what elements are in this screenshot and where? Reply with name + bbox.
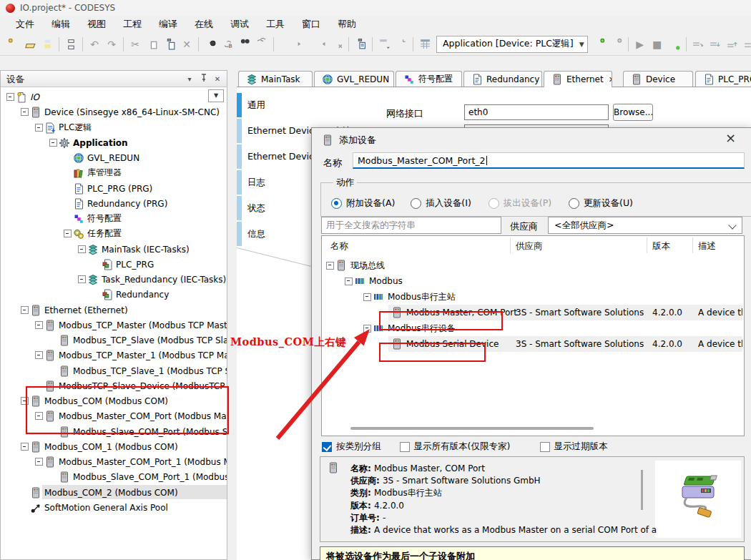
undo-icon[interactable]: ↶ bbox=[87, 36, 102, 52]
build-config-icon[interactable]: ect x="2" y="2" width="12" height="12" f… bbox=[417, 36, 433, 52]
menu-item-1[interactable]: 编辑 bbox=[43, 16, 79, 33]
network-interface-input[interactable]: eth0 bbox=[464, 104, 609, 120]
wrench-icon[interactable]: ath d="M10 2.5a3.5 3.5 0 00-3.3 4.6L2.5 … bbox=[667, 36, 682, 52]
tree-item[interactable]: Device (Sinsegye x86_64-Linux-SM-CNC) bbox=[1, 104, 227, 119]
tree-item[interactable]: Application bbox=[1, 135, 227, 150]
device-list-row[interactable]: Modbus Master, COM Port3S - Smart Softwa… bbox=[322, 305, 744, 320]
list-column-header[interactable]: 名称 bbox=[330, 240, 348, 252]
device-list-row[interactable]: Modbus Serial Device3S - Smart Software … bbox=[322, 336, 744, 352]
delete-icon[interactable]: ✕ bbox=[179, 36, 195, 52]
tree-item[interactable]: Modbus_TCP_Slave_1 (Modbus TCP Slave) bbox=[1, 363, 227, 378]
tree-item[interactable]: MainTask (IEC-Tasks) bbox=[1, 242, 227, 257]
tab--[interactable]: 符号配置 bbox=[396, 71, 462, 87]
collapse-icon[interactable] bbox=[363, 325, 371, 333]
collapse-icon[interactable] bbox=[78, 245, 86, 253]
step-next-icon[interactable]: ect x="2" y="3" width="8" height="1.3" f… bbox=[742, 36, 751, 52]
action-radio-3[interactable]: 更新设备(U) bbox=[569, 197, 633, 210]
tree-item[interactable]: 任务配置 bbox=[1, 226, 227, 241]
collapse-icon[interactable] bbox=[35, 321, 43, 329]
find-icon[interactable]: ircle cx="5" cy="7" r="3" fill="#3a3f46"… bbox=[202, 36, 218, 52]
tree-item[interactable]: Redundancy bbox=[1, 287, 227, 302]
tree-item[interactable]: Modbus_COM_2 (Modbus COM) bbox=[1, 485, 227, 500]
bookmark-next-icon[interactable]: ath d="M3 2h6v12l-3-3-3 3z" fill="#cfcfd… bbox=[312, 36, 328, 52]
action-radio-1[interactable]: 插入设备(I) bbox=[411, 197, 471, 210]
active-application-dropdown[interactable]: Application [Device: PLC逻辑]▼ bbox=[436, 36, 588, 53]
find-in-files-icon[interactable]: ect x="5" y="8" width="9" height="6" fil… bbox=[237, 36, 252, 52]
editor-nav-3[interactable]: 日志 bbox=[237, 170, 317, 195]
step-out-icon[interactable]: ect x="2" y="5" width="8" height="1.3" f… bbox=[725, 36, 740, 52]
list-column-header[interactable]: 描述 bbox=[698, 240, 716, 252]
collapse-icon[interactable] bbox=[35, 351, 43, 359]
vendor-dropdown[interactable]: <全部供应商> bbox=[548, 217, 742, 234]
collapse-icon[interactable] bbox=[6, 93, 14, 101]
menu-item-2[interactable]: 视图 bbox=[79, 16, 114, 33]
tree-item[interactable]: Modbus_TCP_Master (Modbus TCP Master) bbox=[1, 318, 227, 333]
collapse-icon[interactable] bbox=[21, 443, 29, 451]
collapse-icon[interactable] bbox=[35, 412, 43, 420]
play-icon[interactable]: ▶ bbox=[632, 36, 648, 52]
tree-item[interactable]: PLC_PRG (PRG) bbox=[1, 181, 227, 196]
menu-item-8[interactable]: 窗口 bbox=[293, 16, 329, 33]
collapse-icon[interactable] bbox=[21, 306, 29, 314]
tree-item[interactable]: SoftMotion General Axis Pool bbox=[1, 500, 227, 515]
tab-maintask[interactable]: MainTask bbox=[238, 71, 313, 87]
device-list-row[interactable]: Modbus串行主站 bbox=[322, 289, 744, 305]
action-radio-0[interactable]: 附加设备(A) bbox=[331, 197, 395, 210]
copy-icon[interactable]: ect x="2.5" y="2" width="7" height="9" f… bbox=[144, 36, 160, 52]
editor-nav-2[interactable]: Ethernet DeviceIEC对象 bbox=[237, 144, 317, 169]
tree-item[interactable]: Modbus_Slave_COM_Port_1 (Modbus Slave, C… bbox=[1, 469, 227, 484]
redo-icon[interactable]: ↷ bbox=[104, 36, 119, 52]
menu-item-7[interactable]: 工具 bbox=[257, 16, 293, 33]
close-icon[interactable]: ✕ bbox=[212, 74, 223, 84]
tab-plc-prg[interactable]: PLC_PRG bbox=[695, 71, 751, 87]
collapse-icon[interactable] bbox=[21, 397, 29, 405]
tab-redundancy[interactable]: Redundancy bbox=[463, 71, 542, 87]
list-column-header[interactable]: 版本 bbox=[652, 240, 670, 252]
tree-item[interactable]: Modbus_Master_COM_Port (Modbus Master, C… bbox=[1, 408, 227, 423]
collapse-icon[interactable] bbox=[64, 230, 72, 237]
menu-item-4[interactable]: 编译 bbox=[150, 16, 186, 33]
checkbox-option-2[interactable]: 显示过期版本 bbox=[540, 441, 608, 453]
tree-item[interactable]: Modbus_Slave_COM_Port (Modbus Slave, COM… bbox=[1, 424, 227, 439]
device-name-input[interactable]: Modbus_Master_COM_Port_2 bbox=[353, 152, 745, 169]
tree-item[interactable]: IO bbox=[1, 89, 227, 104]
open-file-icon[interactable]: ath d="M1.5 4.5h5l1.5 2h6.5v6.5h-13z" fi… bbox=[22, 36, 38, 52]
tree-item[interactable]: PLC逻辑 bbox=[1, 120, 227, 135]
menu-item-3[interactable]: 工程 bbox=[114, 16, 150, 33]
tree-item[interactable]: Modbus_COM_1 (Modbus COM) bbox=[1, 439, 227, 454]
list-column-header[interactable]: 供应商 bbox=[516, 240, 543, 252]
paste-icon[interactable]: ect x="2.5" y="2.5" width="9" height="12… bbox=[162, 36, 177, 52]
logout-icon[interactable]: ircle cx="7" cy="8" r="4.5" fill="#b9bfc… bbox=[609, 36, 624, 52]
device-list-row[interactable]: Modbus串行设备 bbox=[322, 320, 744, 336]
tab-device[interactable]: Device bbox=[623, 71, 693, 87]
collapse-icon[interactable] bbox=[363, 293, 371, 301]
tree-item[interactable]: Redundancy (PRG) bbox=[1, 196, 227, 211]
menu-item-0[interactable]: 文件 bbox=[7, 16, 43, 33]
horizontal-scrollbar[interactable] bbox=[350, 427, 594, 430]
collapse-icon[interactable] bbox=[78, 275, 86, 283]
step-over-icon[interactable]: ect x="2" y="3" width="8" height="1.3" f… bbox=[690, 36, 706, 52]
new-file-icon[interactable]: ath d="M4 2h6l3 3v11H4z" fill="#fff" str… bbox=[5, 36, 21, 52]
tree-item[interactable]: Modbus_COM (Modbus COM) bbox=[1, 393, 227, 408]
collapse-icon[interactable] bbox=[21, 108, 29, 116]
checkbox-option-1[interactable]: 显示所有版本(仅限专家) bbox=[400, 441, 511, 453]
editor-nav-1[interactable]: Ethernet DeviceI/O映射 bbox=[237, 119, 317, 143]
tree-item[interactable]: Modbus_TCP_Master_1 (Modbus TCP Master) bbox=[1, 348, 227, 363]
cut-icon[interactable]: ✂ bbox=[127, 36, 143, 52]
collapse-icon[interactable] bbox=[35, 124, 43, 132]
editor-nav-4[interactable]: 状态 bbox=[237, 196, 317, 220]
bookmark-prev-icon[interactable]: ath d="M7 2h6v12l-3-3-3 3z" fill="#cfcfd… bbox=[295, 36, 310, 52]
device-list-row[interactable]: 现场总线 bbox=[322, 257, 744, 273]
login-icon[interactable]: ircle cx="7" cy="8" r="4.5" fill="#3aa88… bbox=[592, 36, 607, 52]
save-icon[interactable]: ect x="2" y="2" width="12" height="12" r… bbox=[39, 36, 55, 52]
tree-item[interactable]: 符号配置 bbox=[1, 211, 227, 226]
replace-icon[interactable]: ext x="1" y="8" font-size="7" fill="#555… bbox=[220, 36, 235, 52]
chevron-down-icon[interactable]: ▾ bbox=[184, 74, 195, 84]
pin-icon[interactable] bbox=[198, 74, 210, 84]
tree-item[interactable]: Task_Redundancy (IEC-Tasks) bbox=[1, 272, 227, 287]
close-icon[interactable]: ✕ bbox=[609, 75, 612, 84]
collapse-icon[interactable] bbox=[326, 262, 334, 270]
device-list-row[interactable]: Modbus bbox=[322, 273, 744, 289]
tree-item[interactable]: PLC_PRG bbox=[1, 257, 227, 272]
collapse-icon[interactable] bbox=[35, 458, 43, 466]
